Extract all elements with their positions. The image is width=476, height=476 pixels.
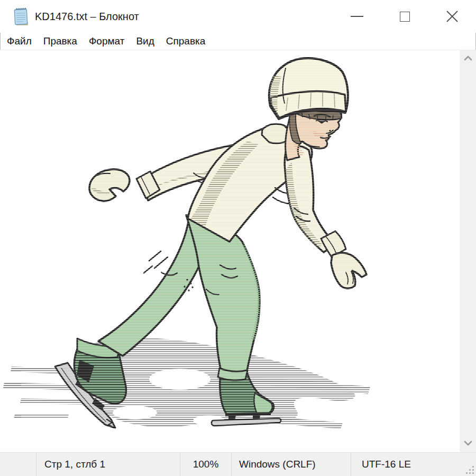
window-title: KD1476.txt – Блокнот [35, 11, 139, 23]
maximize-button[interactable] [381, 0, 428, 33]
status-zoom-level: 100% [180, 453, 231, 476]
close-button[interactable] [428, 0, 476, 33]
menu-bar: Файл Правка Формат Вид Справка [0, 33, 476, 50]
window-controls [333, 0, 476, 33]
title-bar: KD1476.txt – Блокнот [0, 0, 476, 33]
menu-format[interactable]: Формат [83, 33, 131, 50]
menu-help[interactable]: Справка [160, 33, 212, 50]
notepad-icon [13, 6, 30, 26]
minimize-icon [351, 16, 363, 17]
status-line-endings: Windows (CRLF) [231, 453, 351, 476]
chevron-up-icon [464, 56, 472, 61]
status-bar: Стр 1, стлб 1 100% Windows (CRLF) UTF-16… [0, 452, 476, 476]
status-spacer [0, 453, 36, 476]
scroll-down-button[interactable] [460, 436, 476, 450]
close-icon [445, 10, 459, 23]
skater-illustration [0, 50, 476, 452]
status-cursor-position: Стр 1, стлб 1 [36, 453, 180, 476]
edit-area[interactable] [0, 50, 476, 452]
menu-file[interactable]: Файл [1, 33, 38, 50]
scroll-up-button[interactable] [460, 51, 476, 65]
maximize-icon [400, 12, 410, 22]
resize-grip-icon[interactable] [464, 464, 474, 474]
menu-edit[interactable]: Правка [38, 33, 83, 50]
chevron-down-icon [464, 441, 472, 446]
menu-view[interactable]: Вид [130, 33, 160, 50]
status-encoding: UTF-16 LE [351, 453, 476, 476]
notepad-window: KD1476.txt – Блокнот Файл Правка Формат … [0, 0, 476, 476]
vertical-scrollbar[interactable] [460, 50, 476, 452]
minimize-button[interactable] [333, 0, 381, 33]
halftone-overlay [21, 50, 381, 439]
